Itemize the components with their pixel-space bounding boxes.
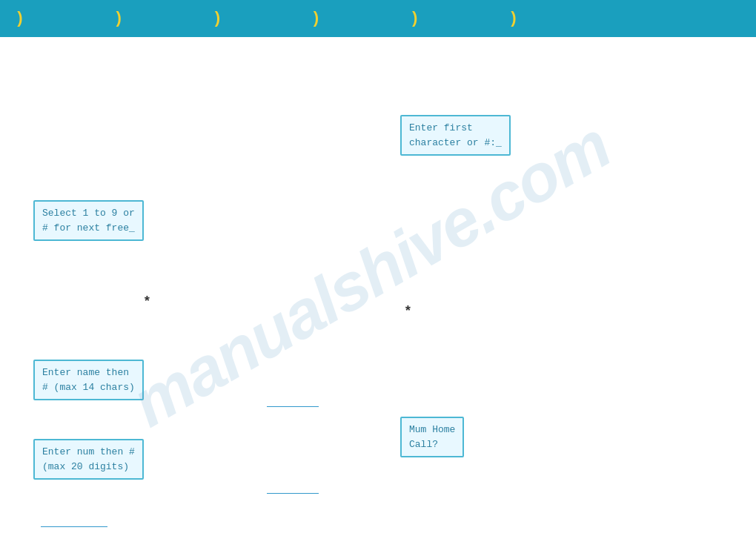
lcd-select-1to9: Select 1 to 9 or # for next free_: [33, 200, 144, 241]
header-icon-3: ): [212, 10, 222, 28]
underline-2: [267, 493, 319, 494]
lcd-enter-first: Enter first character or #:_: [400, 115, 511, 156]
asterisk-left: *: [143, 294, 151, 309]
header-icon-2: ): [113, 10, 123, 28]
watermark: manualshive.com: [70, 0, 671, 536]
underline-3: [41, 526, 107, 527]
lcd-enter-num: Enter num then # (max 20 digits): [33, 439, 144, 480]
lcd-enter-name: Enter name then # (max 14 chars): [33, 360, 144, 400]
asterisk-right: *: [404, 304, 412, 319]
header-icon-5: ): [410, 10, 420, 28]
header-icon-6: ): [508, 10, 518, 28]
header-icon-1: ): [15, 10, 24, 28]
header-icon-4: ): [311, 10, 321, 28]
lcd-mum-home: Mum Home Call?: [400, 417, 464, 457]
header-bar: ) ) ) ) ) ): [0, 0, 756, 37]
underline-1: [267, 406, 319, 407]
